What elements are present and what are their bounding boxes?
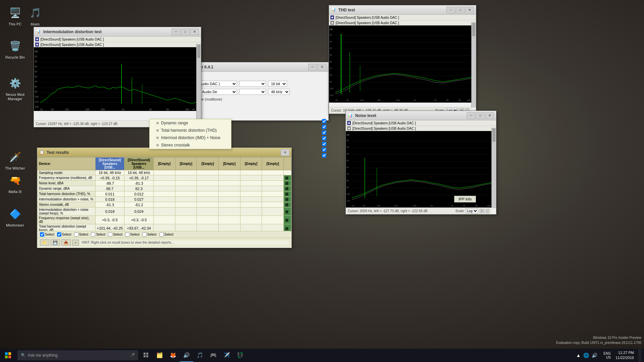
taskbar-foobar[interactable]: 🎵: [193, 349, 207, 362]
noise-minimize[interactable]: ─: [467, 112, 475, 119]
noise-maximize[interactable]: □: [476, 112, 485, 119]
desktop-icon-meshmixer[interactable]: 🔷 Meshmixer: [2, 204, 29, 229]
test-results-close[interactable]: ✕: [281, 149, 289, 156]
svg-text:30: 30: [346, 146, 349, 148]
row-imd-v1: 0.018: [95, 197, 124, 202]
row-freq-chart[interactable]: ▦: [284, 175, 291, 181]
device1-bit[interactable]: 16 bit: [268, 81, 287, 87]
results-hint-text: HINT: Right-click on result boxes to vie…: [82, 241, 174, 244]
noise-scrollbar[interactable]: [491, 128, 496, 208]
show-desktop-btn[interactable]: [639, 349, 641, 362]
table-row: Frequency response (swept sine), dB +0.3…: [38, 216, 291, 224]
dropdown-stereo[interactable]: ⊞ Stereo crosstalk: [150, 141, 231, 149]
dropdown-thd[interactable]: ⊞ Total harmonic distortion (THD): [150, 127, 231, 134]
thd-close[interactable]: ✕: [465, 7, 474, 13]
thd-device2-icon: ■: [330, 21, 334, 25]
row-stereo-chart[interactable]: ▦: [284, 202, 291, 207]
imd-scrollbar[interactable]: [196, 44, 201, 121]
check-1[interactable]: [322, 119, 326, 123]
start-button[interactable]: [0, 349, 16, 362]
taskbar-audio-app[interactable]: 🔊: [180, 349, 193, 362]
noise-scale-select[interactable]: LogLin: [465, 208, 478, 214]
ipp-info-button[interactable]: IPP Info: [454, 196, 476, 202]
device2-rate[interactable]: 48 kHz: [268, 89, 290, 95]
device2-extra[interactable]: [239, 89, 266, 95]
noise-titlebar[interactable]: 📊 Noise level ─ □ ✕: [346, 111, 496, 120]
imd-minimize[interactable]: ─: [171, 28, 180, 35]
lang-label: ENG: [603, 352, 611, 355]
svg-text:500: 500: [396, 99, 400, 101]
device1-extra[interactable]: [239, 81, 266, 87]
row-freq2-chart[interactable]: ▦: [284, 216, 291, 224]
results-folder-btn[interactable]: 📁: [40, 239, 49, 246]
desktop-icon-nexus-mod[interactable]: ⚙️ Nexus Mod Manager: [2, 74, 29, 103]
noise-device-label: [DirectSound] Speakers [USB Audio DAC ]: [352, 121, 416, 125]
thd-maximize[interactable]: □: [456, 7, 465, 13]
imd-close[interactable]: ✕: [190, 28, 199, 35]
noise-zoom-out[interactable]: -: [486, 209, 489, 213]
task-view-btn[interactable]: [140, 349, 153, 362]
results-table: Device: [DirectSound] Speakers [USB... […: [37, 157, 291, 231]
results-minus-btn[interactable]: −: [72, 240, 79, 246]
check-5[interactable]: [322, 142, 326, 146]
time-area[interactable]: 11:27 PM 11/22/2016: [613, 350, 636, 361]
thd-scrollbar[interactable]: [471, 22, 476, 108]
check-2[interactable]: [322, 125, 326, 129]
svg-text:500: 500: [413, 204, 417, 207]
taskbar-telegram[interactable]: ✈️: [220, 349, 233, 362]
svg-text:30: 30: [330, 40, 332, 43]
dropdown-imd[interactable]: ⊞ Intermod distortion (IMD) + Noise: [150, 134, 231, 141]
imd-maximize[interactable]: □: [181, 28, 190, 35]
desktop-icon-mafia[interactable]: 🔫 Mafia III: [2, 171, 29, 195]
imd-titlebar[interactable]: 📊 Intermodulation distortion test ─ □ ✕: [34, 27, 201, 37]
audio-minimize[interactable]: ─: [308, 64, 317, 70]
desktop-icon-witcher[interactable]: 🗡️ The Witcher: [2, 147, 29, 172]
audio-close[interactable]: ✕: [318, 64, 326, 70]
svg-text:5K: 5K: [166, 108, 169, 111]
search-bar[interactable]: 🔍 Ask me anything 🎤: [17, 350, 138, 360]
blues-label: blues: [31, 22, 40, 26]
results-save-btn[interactable]: 💾: [51, 239, 60, 246]
dropdown-dynamic-range[interactable]: ⊞ Dynamic range: [150, 119, 231, 127]
row-thd2-chart[interactable]: ▦: [284, 224, 291, 231]
svg-text:2K: 2K: [451, 204, 453, 207]
check-6[interactable]: [322, 147, 326, 152]
thd-title: THD test: [338, 8, 446, 12]
nexus-mod-icon: ⚙️: [7, 75, 23, 91]
select-check-5[interactable]: Select: [108, 232, 122, 237]
select-check-3[interactable]: Select: [74, 232, 89, 237]
row-dr-chart[interactable]: ▦: [284, 186, 291, 191]
noise-close[interactable]: ✕: [485, 112, 494, 119]
select-check-4[interactable]: Select: [91, 232, 105, 237]
thd-minimize[interactable]: ─: [446, 7, 455, 13]
tray-volume-icon[interactable]: 🔊: [591, 352, 598, 359]
svg-text:50: 50: [51, 108, 54, 111]
taskbar-explorer[interactable]: 🗂️: [153, 349, 166, 362]
taskbar-currency[interactable]: 💱: [233, 349, 247, 362]
row-thd2-v2: +93.67, -42.34: [124, 224, 154, 231]
taskbar-overwolf[interactable]: 🎮: [207, 349, 220, 362]
select-check-2[interactable]: Select: [57, 232, 71, 237]
check-7[interactable]: [322, 153, 326, 158]
svg-text:3K: 3K: [463, 204, 466, 207]
tray-network-icon[interactable]: 🌐: [583, 352, 590, 359]
row-imd-chart[interactable]: ▦: [284, 197, 291, 202]
desktop-icon-recycle-bin[interactable]: 🗑️ Recycle Bin: [2, 37, 29, 61]
select-check-1[interactable]: Select: [40, 232, 54, 237]
row-noise-chart[interactable]: ▦: [284, 181, 291, 186]
check-4[interactable]: [322, 136, 326, 140]
desktop-icon-blues[interactable]: 🎵 blues: [22, 3, 49, 28]
check-3[interactable]: [322, 130, 326, 135]
select-check-6[interactable]: Select: [125, 232, 140, 237]
tray-arrow[interactable]: ▲: [575, 352, 581, 359]
thd-titlebar[interactable]: 📊 THD test ─ □ ✕: [329, 5, 476, 15]
noise-zoom-in[interactable]: +: [480, 209, 484, 213]
select-check-8[interactable]: Select: [159, 232, 174, 237]
taskbar-firefox[interactable]: 🦊: [166, 349, 180, 362]
test-results-icon: 📋: [39, 150, 45, 155]
results-export-btn[interactable]: 📤: [61, 239, 71, 246]
select-check-7[interactable]: Select: [142, 232, 157, 237]
row-thd-chart[interactable]: ▦: [284, 191, 291, 197]
row-imd2-chart[interactable]: ▦: [284, 207, 291, 216]
test-results-titlebar[interactable]: 📋 Test results ✕: [37, 148, 291, 157]
